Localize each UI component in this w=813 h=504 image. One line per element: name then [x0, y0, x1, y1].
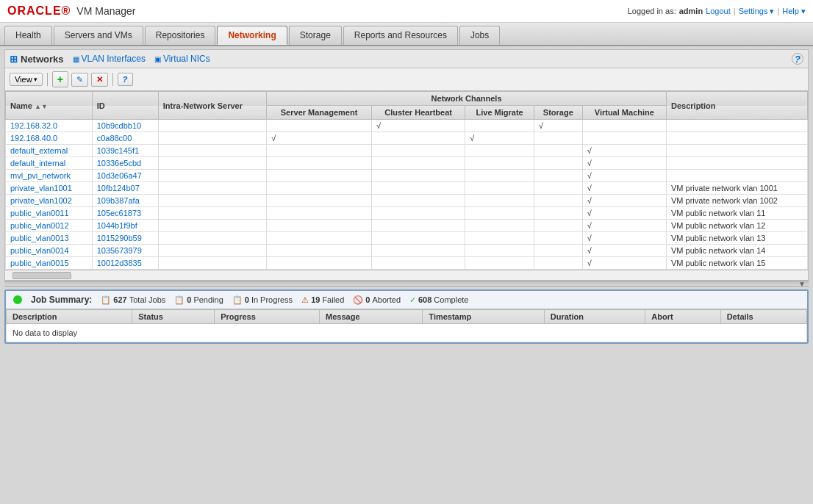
row-desc — [667, 132, 808, 145]
settings-link[interactable]: Settings ▾ — [739, 7, 775, 16]
job-col-message[interactable]: Message — [320, 310, 423, 324]
tab-repositories[interactable]: Repositories — [145, 26, 216, 45]
help-link[interactable]: Help ▾ — [782, 7, 806, 16]
job-summary-title: Job Summary: — [31, 295, 92, 305]
table-row: public_vlan0011 105ec61873 √ VM public n… — [6, 207, 808, 220]
col-id-header[interactable]: ID — [92, 92, 158, 120]
toolbar-separator-1 — [47, 73, 48, 86]
username: admin — [679, 7, 703, 15]
col-vm-header[interactable]: Virtual Machine — [582, 106, 666, 120]
row-id[interactable]: 10fb124b07 — [92, 182, 158, 195]
failed-icon: ⚠ — [301, 295, 309, 305]
col-desc-header[interactable]: Description — [667, 92, 808, 120]
row-id[interactable]: c0a88c00 — [92, 132, 158, 145]
sub-tab-vnic[interactable]: ▣ Virtual NICs — [154, 54, 210, 64]
row-id[interactable]: 1044b1f9bf — [92, 220, 158, 232]
tab-servers-vms[interactable]: Servers and VMs — [54, 26, 143, 45]
view-button[interactable]: View ▾ — [10, 73, 43, 86]
aborted-label: Aborted — [372, 295, 401, 304]
table-row: 192.168.40.0 c0a88c00 √ √ — [6, 132, 808, 145]
col-live-migrate-header[interactable]: Live Migrate — [465, 106, 534, 120]
delete-button[interactable]: ✕ — [91, 73, 108, 87]
row-id[interactable]: 10336e5cbd — [92, 157, 158, 170]
sub-tabs-help-icon[interactable]: ? — [792, 53, 803, 65]
splitter[interactable]: ▼ — [4, 281, 809, 287]
horizontal-scrollbar[interactable] — [4, 270, 809, 281]
row-name[interactable]: 192.168.32.0 — [6, 120, 93, 132]
complete-label: Complete — [434, 295, 468, 304]
edit-button[interactable]: ✎ — [71, 73, 88, 87]
row-id[interactable]: 10012d3835 — [92, 257, 158, 270]
row-vm: √ — [582, 257, 666, 270]
row-name[interactable]: 192.168.40.0 — [6, 132, 93, 145]
row-id[interactable]: 1035673979 — [92, 245, 158, 257]
row-name[interactable]: public_vlan0012 — [6, 220, 93, 232]
table-row: private_vlan1001 10fb124b07 √ VM private… — [6, 182, 808, 195]
job-col-progress[interactable]: Progress — [215, 310, 320, 324]
add-button[interactable]: + — [52, 71, 68, 87]
job-table: Description Status Progress Message Time… — [6, 309, 807, 342]
tab-networking[interactable]: Networking — [217, 26, 287, 45]
job-summary-header: Job Summary: 📋 627 Total Jobs 📋 0 Pendin… — [6, 291, 807, 309]
table-row: public_vlan0015 10012d3835 √ VM public n… — [6, 257, 808, 270]
col-server-mgmt-header[interactable]: Server Management — [267, 106, 372, 120]
row-name[interactable]: public_vlan0015 — [6, 257, 93, 270]
row-intra — [158, 132, 266, 145]
row-id[interactable]: 10b9cdbb10 — [92, 120, 158, 132]
table-row: default_internal 10336e5cbd √ — [6, 157, 808, 170]
scrollbar-thumb[interactable] — [12, 272, 71, 279]
sub-tabs-bar: ⊞ Networks ▦ VLAN Interfaces ▣ Virtual N… — [4, 49, 809, 68]
job-col-duration[interactable]: Duration — [544, 310, 645, 324]
row-intra — [158, 120, 266, 132]
row-id[interactable]: 1039c145f1 — [92, 145, 158, 157]
row-name[interactable]: public_vlan0013 — [6, 232, 93, 245]
row-name[interactable]: public_vlan0014 — [6, 245, 93, 257]
tab-jobs[interactable]: Jobs — [459, 26, 500, 45]
row-desc — [667, 157, 808, 170]
row-storage — [534, 157, 583, 170]
col-cluster-hb-header[interactable]: Cluster Heartbeat — [371, 106, 465, 120]
row-name[interactable]: default_internal — [6, 157, 93, 170]
row-storage: √ — [534, 120, 583, 132]
row-id[interactable]: 109b387afa — [92, 195, 158, 207]
job-col-timestamp[interactable]: Timestamp — [423, 310, 544, 324]
row-storage — [534, 220, 583, 232]
toolbar: View ▾ + ✎ ✕ ? — [4, 68, 809, 90]
row-name[interactable]: mvl_pvi_network — [6, 170, 93, 182]
col-storage-header[interactable]: Storage — [534, 106, 583, 120]
row-id[interactable]: 10d3e06a47 — [92, 170, 158, 182]
row-storage — [534, 170, 583, 182]
toolbar-help-button[interactable]: ? — [118, 73, 133, 86]
row-live-migrate — [465, 182, 534, 195]
in-progress-count: 0 — [245, 295, 249, 304]
row-name[interactable]: private_vlan1001 — [6, 182, 93, 195]
sub-tab-vnic-label: Virtual NICs — [163, 54, 210, 64]
networks-table: Name ▲▼ ID Intra-Network Server Network … — [5, 91, 808, 270]
col-intra-header[interactable]: Intra-Network Server — [158, 92, 266, 120]
row-id[interactable]: 105ec61873 — [92, 207, 158, 220]
tab-storage[interactable]: Storage — [289, 26, 342, 45]
sub-tab-vlan[interactable]: ▦ VLAN Interfaces — [73, 54, 146, 64]
job-stat-pending: 📋 0 Pending — [174, 295, 223, 305]
row-live-migrate — [465, 157, 534, 170]
row-name[interactable]: public_vlan0011 — [6, 207, 93, 220]
table-row: public_vlan0014 1035673979 √ VM public n… — [6, 245, 808, 257]
row-vm: √ — [582, 182, 666, 195]
row-name[interactable]: default_external — [6, 145, 93, 157]
job-col-status[interactable]: Status — [132, 310, 215, 324]
row-name[interactable]: private_vlan1002 — [6, 195, 93, 207]
logout-link[interactable]: Logout — [706, 7, 731, 15]
toolbar-help-icon: ? — [123, 75, 128, 84]
complete-icon: ✓ — [409, 295, 416, 305]
row-desc: VM public network vlan 12 — [667, 220, 808, 232]
row-live-migrate — [465, 170, 534, 182]
tab-health[interactable]: Health — [4, 26, 52, 45]
job-col-description[interactable]: Description — [7, 310, 132, 324]
job-col-details[interactable]: Details — [720, 310, 806, 324]
col-name-header[interactable]: Name ▲▼ — [6, 92, 93, 120]
table-row: public_vlan0012 1044b1f9bf √ VM public n… — [6, 220, 808, 232]
job-col-abort[interactable]: Abort — [645, 310, 720, 324]
tab-reports[interactable]: Reports and Resources — [343, 26, 458, 45]
row-live-migrate — [465, 195, 534, 207]
row-id[interactable]: 1015290b59 — [92, 232, 158, 245]
